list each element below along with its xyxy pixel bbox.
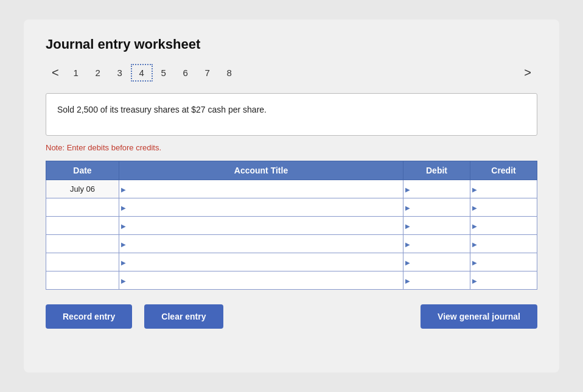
debit-input-3[interactable] (403, 217, 470, 234)
header-account: Account Title (119, 161, 403, 180)
account-cell-5[interactable] (119, 253, 403, 271)
credit-cell-5[interactable] (470, 253, 537, 271)
next-arrow[interactable]: > (518, 63, 537, 82)
account-cell-2[interactable] (119, 198, 403, 217)
page-title: Journal entry worksheet (46, 37, 537, 52)
debit-cell-3[interactable] (403, 217, 470, 235)
table-row (46, 235, 537, 253)
debit-cell-4[interactable] (403, 235, 470, 253)
header-debit: Debit (403, 161, 470, 180)
account-cell-1[interactable] (119, 180, 403, 198)
debit-cell-2[interactable] (403, 198, 470, 217)
account-input-4[interactable] (119, 235, 403, 253)
date-cell-5 (46, 253, 119, 271)
debit-input-2[interactable] (403, 198, 470, 216)
account-input-6[interactable] (119, 271, 403, 289)
debit-input-6[interactable] (403, 271, 470, 289)
table-row (46, 271, 537, 290)
view-general-journal-button[interactable]: View general journal (421, 304, 537, 329)
date-cell-3 (46, 217, 119, 235)
date-cell-4 (46, 235, 119, 253)
table-row (46, 217, 537, 235)
button-row: Record entry Clear entry View general jo… (46, 304, 537, 329)
nav-page-4[interactable]: 4 (131, 64, 153, 82)
nav-page-5[interactable]: 5 (153, 65, 175, 80)
account-input-3[interactable] (119, 217, 403, 234)
credit-cell-1[interactable] (470, 180, 537, 198)
clear-entry-button[interactable]: Clear entry (144, 304, 223, 329)
debit-cell-5[interactable] (403, 253, 470, 271)
worksheet-container: Journal entry worksheet < 1 2 3 4 5 6 7 … (24, 19, 559, 373)
nav-page-1[interactable]: 1 (65, 65, 87, 80)
prev-arrow[interactable]: < (46, 63, 65, 82)
credit-input-3[interactable] (470, 217, 537, 234)
credit-input-1[interactable] (470, 180, 537, 198)
nav-page-2[interactable]: 2 (87, 65, 109, 80)
debit-input-4[interactable] (403, 235, 470, 253)
credit-input-5[interactable] (470, 253, 537, 271)
nav-page-3[interactable]: 3 (109, 65, 131, 80)
journal-table: Date Account Title Debit Credit July 06 (46, 161, 537, 290)
credit-cell-3[interactable] (470, 217, 537, 235)
credit-input-4[interactable] (470, 235, 537, 253)
note-text: Note: Enter debits before credits. (46, 143, 537, 152)
table-row (46, 253, 537, 271)
account-cell-6[interactable] (119, 271, 403, 290)
date-cell-1: July 06 (46, 180, 119, 198)
description-box: Sold 2,500 of its treasury shares at $27… (46, 93, 537, 136)
account-input-2[interactable] (119, 198, 403, 216)
account-input-5[interactable] (119, 253, 403, 271)
date-cell-6 (46, 271, 119, 290)
debit-input-5[interactable] (403, 253, 470, 271)
credit-cell-4[interactable] (470, 235, 537, 253)
record-entry-button[interactable]: Record entry (46, 304, 132, 329)
account-cell-3[interactable] (119, 217, 403, 235)
nav-page-8[interactable]: 8 (218, 65, 240, 80)
table-row: July 06 (46, 180, 537, 198)
table-row (46, 198, 537, 217)
header-date: Date (46, 161, 119, 180)
nav-page-6[interactable]: 6 (175, 65, 197, 80)
nav-page-7[interactable]: 7 (197, 65, 218, 80)
account-input-1[interactable] (119, 180, 403, 198)
credit-cell-2[interactable] (470, 198, 537, 217)
credit-input-6[interactable] (470, 271, 537, 289)
header-credit: Credit (470, 161, 537, 180)
date-cell-2 (46, 198, 119, 217)
debit-cell-6[interactable] (403, 271, 470, 290)
credit-input-2[interactable] (470, 198, 537, 216)
debit-cell-1[interactable] (403, 180, 470, 198)
account-cell-4[interactable] (119, 235, 403, 253)
debit-input-1[interactable] (403, 180, 470, 198)
credit-cell-6[interactable] (470, 271, 537, 290)
page-navigation: < 1 2 3 4 5 6 7 8 > (46, 63, 537, 82)
